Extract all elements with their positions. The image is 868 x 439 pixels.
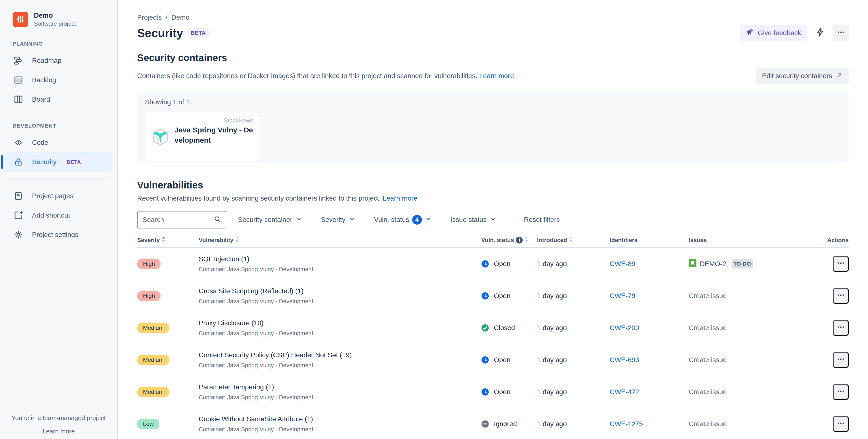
row-actions-button[interactable]	[833, 416, 848, 432]
column-label: Vulnerability	[199, 237, 234, 243]
identifier-link[interactable]: CWE-1275	[610, 420, 643, 428]
vulnerability-title: SQL Injection (1)	[199, 255, 313, 263]
sidebar-item-label: Board	[32, 95, 50, 103]
ellipsis-icon	[836, 326, 846, 333]
filter-label: Issue status	[451, 216, 487, 224]
sidebar-item-label: Backlog	[32, 76, 56, 84]
create-issue-button[interactable]: Create issue	[689, 356, 727, 364]
status-open-icon	[481, 356, 489, 364]
sidebar-footer: You're in a team-managed project Learn m…	[0, 414, 117, 435]
table-body: HighSQL Injection (1)Container: Java Spr…	[137, 248, 848, 439]
sidebar-section-label-development: DEVELOPMENT	[0, 123, 117, 133]
vulnerability-container: Container: Java Spring Vulny - Developme…	[199, 362, 352, 369]
sidebar-item-project-pages[interactable]: Project pages	[5, 186, 113, 206]
containers-panel: Showing 1 of 1. StackHawk Java Spring Vu…	[137, 91, 848, 163]
chevron-down-icon	[425, 215, 432, 224]
sidebar-nav: PLANNINGRoadmapBacklogBoardDEVELOPMENTCo…	[0, 41, 117, 172]
container-name: Java Spring Vulny - Development	[175, 125, 253, 145]
create-issue-button[interactable]: Create issue	[689, 324, 727, 332]
project-avatar-icon	[12, 12, 28, 27]
identifier-link[interactable]: CWE-79	[610, 292, 636, 300]
automation-button[interactable]	[814, 26, 826, 40]
stackhawk-logo-icon	[151, 128, 169, 146]
identifier-link[interactable]: CWE-693	[610, 356, 639, 364]
severity-badge: Medium	[137, 323, 169, 333]
reset-filters-button[interactable]: Reset filters	[524, 216, 560, 224]
identifier-link[interactable]: CWE-89	[610, 260, 636, 268]
introduced-value: 1 day ago	[537, 292, 567, 300]
sidebar-item-add-shortcut[interactable]: Add shortcut	[5, 206, 113, 225]
column-label: Introduced	[537, 237, 567, 243]
sidebar-item-label: Code	[32, 139, 48, 146]
vulnerability-title: Content Security Policy (CSP) Header Not…	[199, 351, 352, 359]
column-header-vulnerability[interactable]: Vulnerability	[199, 236, 481, 244]
ellipsis-icon	[836, 390, 846, 398]
sidebar-utility-nav: Project pagesAdd shortcutProject setting…	[0, 186, 117, 244]
page-icon	[12, 190, 24, 202]
security-containers-description: Containers (like code repositories or Do…	[137, 72, 477, 80]
sidebar-item-project-settings[interactable]: Project settings	[5, 225, 113, 244]
vulnerability-container: Container: Java Spring Vulny - Developme…	[199, 298, 313, 304]
give-feedback-button[interactable]: Give feedback	[740, 25, 807, 41]
column-label: Issues	[689, 237, 707, 243]
sidebar-item-roadmap[interactable]: Roadmap	[5, 51, 113, 70]
info-icon[interactable]: i	[516, 237, 523, 243]
filter-count-badge: 4	[412, 215, 422, 225]
app-root: Demo Software project PLANNINGRoadmapBac…	[0, 0, 868, 439]
row-actions-button[interactable]	[833, 256, 848, 272]
ellipsis-icon	[836, 27, 846, 39]
introduced-value: 1 day ago	[537, 356, 567, 364]
breadcrumb: Projects / Demo	[137, 13, 848, 21]
status-open-icon	[481, 388, 489, 396]
edit-security-containers-button[interactable]: Edit security containers	[756, 68, 848, 84]
column-header-severity[interactable]: Severity	[137, 236, 199, 244]
page-more-actions-button[interactable]	[833, 25, 848, 41]
project-header[interactable]: Demo Software project	[0, 0, 117, 27]
row-actions-button[interactable]	[833, 384, 848, 400]
row-actions-button[interactable]	[833, 320, 848, 336]
row-actions-button[interactable]	[833, 288, 848, 304]
sidebar-divider	[8, 178, 110, 179]
filter-issue-status-dropdown[interactable]: Issue status	[451, 215, 497, 224]
issue-status-badge: TO DO	[732, 259, 753, 268]
chevron-down-icon	[295, 215, 303, 224]
identifier-link[interactable]: CWE-472	[610, 388, 639, 396]
security-container-card[interactable]: StackHawk Java Spring Vulny - Developmen…	[145, 112, 259, 162]
vulnerabilities-learn-more-link[interactable]: Learn more	[383, 195, 417, 202]
row-actions-button[interactable]	[833, 352, 848, 368]
column-header-introduced[interactable]: Introduced	[537, 236, 610, 244]
severity-badge: Medium	[137, 355, 169, 365]
create-issue-button[interactable]: Create issue	[689, 292, 727, 300]
sidebar-item-security[interactable]: SecurityBETA	[5, 152, 113, 172]
search-input[interactable]	[137, 211, 226, 229]
filter-vuln-status-dropdown[interactable]: Vuln. status4	[374, 215, 432, 225]
column-label: Vuln. status	[481, 237, 514, 243]
filter-security-container-dropdown[interactable]: Security container	[238, 215, 303, 224]
severity-badge: High	[137, 259, 161, 269]
create-issue-button[interactable]: Create issue	[689, 420, 727, 428]
linked-issue[interactable]: DEMO-2TO DO	[689, 259, 753, 269]
breadcrumb-demo-link[interactable]: Demo	[171, 13, 189, 21]
sidebar-item-label: Add shortcut	[32, 211, 70, 219]
gear-icon	[12, 229, 24, 241]
sidebar-beta-badge: BETA	[64, 158, 84, 166]
table-row: HighSQL Injection (1)Container: Java Spr…	[137, 248, 848, 280]
introduced-value: 1 day ago	[537, 420, 567, 428]
vulnerabilities-heading: Vulnerabilities	[137, 180, 848, 191]
sidebar-learn-more-link[interactable]: Learn more	[43, 428, 75, 435]
vulnerability-container: Container: Java Spring Vulny - Developme…	[199, 330, 313, 336]
column-header-vuln-status[interactable]: Vuln. statusi	[481, 236, 537, 244]
identifier-link[interactable]: CWE-200	[610, 324, 639, 332]
sidebar-item-backlog[interactable]: Backlog	[5, 70, 113, 90]
vulnerability-title: Cookie Without SameSite Attribute (1)	[199, 415, 313, 423]
sidebar-item-code[interactable]: Code	[5, 133, 113, 152]
breadcrumb-projects-link[interactable]: Projects	[137, 13, 162, 21]
containers-learn-more-link[interactable]: Learn more	[479, 72, 514, 80]
filter-severity-dropdown[interactable]: Severity	[321, 215, 355, 224]
search-icon	[213, 215, 222, 226]
severity-badge: Low	[137, 419, 159, 429]
create-issue-button[interactable]: Create issue	[689, 388, 727, 396]
sidebar-item-board[interactable]: Board	[5, 90, 113, 109]
give-feedback-label: Give feedback	[758, 29, 801, 37]
project-name: Demo	[34, 12, 76, 20]
